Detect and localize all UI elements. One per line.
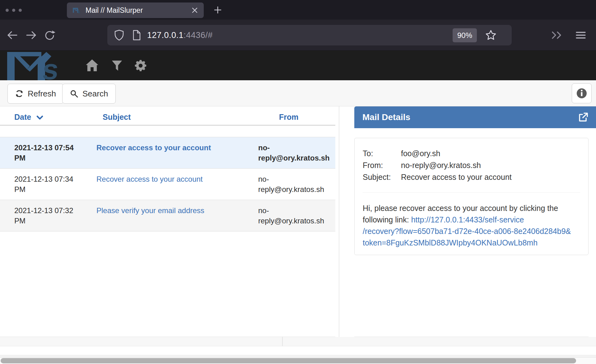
browser-window: s Mail // MailSlurper [0, 0, 596, 364]
mail-from: no-reply@ory.kratos.sh [251, 174, 335, 194]
mail-list: Date Subject From 2021-12-13 07:54 PM Re… [0, 106, 335, 231]
scrollbar-thumb[interactable] [1, 358, 576, 363]
details-divider [363, 192, 580, 193]
bookmark-star-icon[interactable] [485, 29, 497, 41]
app-navbar: s [0, 51, 596, 80]
browser-titlebar: s Mail // MailSlurper [0, 0, 596, 20]
mail-from: no-reply@ory.kratos.sh [251, 142, 335, 163]
mail-from: no-reply@ory.kratos.sh [251, 205, 335, 226]
refresh-button[interactable]: Refresh [7, 84, 64, 104]
tab-close-icon[interactable] [191, 7, 198, 14]
column-header-from[interactable]: From [251, 113, 335, 125]
mail-details-panel: Mail Details To: foo@ory.sh From: no-re [354, 106, 596, 255]
mail-row[interactable]: 2021-12-13 07:32 PM Please verify your e… [0, 200, 335, 231]
url-bar[interactable]: 127.0.0.1:4436/# 90% [107, 25, 512, 45]
mail-subject-link[interactable]: Please verify your email address [96, 206, 204, 215]
refresh-button-label: Refresh [28, 89, 56, 99]
horizontal-scrollbar[interactable] [0, 357, 596, 364]
subject-label: Subject: [363, 171, 401, 183]
browser-toolbar: 127.0.0.1:4436/# 90% [0, 20, 596, 51]
mailslurper-logo: s [7, 52, 69, 80]
forward-icon[interactable] [26, 30, 37, 40]
shield-icon[interactable] [114, 30, 124, 41]
mail-details-header: Mail Details [354, 106, 596, 128]
action-toolbar: Refresh Search [0, 80, 596, 106]
main-content: Date Subject From 2021-12-13 07:54 PM Re… [0, 106, 596, 337]
mail-rows: 2021-12-13 07:54 PM Recover access to yo… [0, 137, 335, 231]
column-header-subject[interactable]: Subject [94, 113, 251, 125]
from-label: From: [363, 159, 401, 171]
search-button-label: Search [82, 89, 108, 99]
menu-hamburger-icon[interactable] [575, 31, 586, 40]
mail-row[interactable]: 2021-12-13 07:34 PM Recover access to yo… [0, 169, 335, 200]
mail-row-selected[interactable]: 2021-12-13 07:54 PM Recover access to yo… [0, 137, 335, 169]
footer-strip [0, 337, 596, 346]
mailslurper-favicon-icon: s [72, 6, 81, 14]
mail-list-header: Date Subject From [0, 106, 335, 126]
from-value: no-reply@ory.kratos.sh [401, 159, 481, 171]
info-button[interactable] [572, 83, 592, 103]
new-tab-button[interactable] [213, 6, 222, 14]
refresh-icon [15, 90, 23, 98]
zoom-level-badge[interactable]: 90% [453, 28, 477, 42]
browser-tab[interactable]: s Mail // MailSlurper [67, 2, 204, 18]
mail-subject-link[interactable]: Recover access to your account [96, 175, 203, 183]
overflow-chevrons-icon[interactable] [551, 31, 564, 40]
reload-icon[interactable] [44, 30, 55, 41]
mail-details-card: To: foo@ory.sh From: no-reply@ory.kratos… [354, 138, 589, 255]
settings-gear-icon[interactable] [134, 59, 147, 72]
svg-text:s: s [78, 9, 80, 14]
tab-title: Mail // MailSlurper [86, 6, 191, 15]
page-info-icon[interactable] [132, 30, 141, 40]
panel-divider [339, 106, 339, 337]
back-icon[interactable] [7, 30, 18, 40]
search-icon [70, 90, 78, 98]
mail-body: Hi, please recover access to your accoun… [363, 203, 580, 249]
search-button[interactable]: Search [62, 84, 116, 104]
mail-date: 2021-12-13 07:34 PM [0, 174, 94, 194]
sort-chevron-down-icon [36, 115, 43, 120]
info-icon [576, 88, 587, 99]
footer-seam [282, 337, 283, 346]
url-text[interactable]: 127.0.0.1:4436/# [147, 30, 213, 40]
footer-bar [0, 346, 596, 355]
mail-details-title: Mail Details [362, 112, 578, 122]
mail-date: 2021-12-13 07:54 PM [0, 142, 94, 163]
mail-subject-link[interactable]: Recover access to your account [96, 143, 211, 152]
column-header-date[interactable]: Date [0, 113, 94, 125]
window-controls[interactable] [6, 9, 22, 12]
svg-text:s: s [41, 53, 60, 80]
subject-value: Recover access to your account [401, 171, 512, 183]
home-icon[interactable] [85, 59, 99, 72]
to-label: To: [363, 147, 401, 159]
mail-date: 2021-12-13 07:32 PM [0, 205, 94, 226]
open-external-icon[interactable] [578, 112, 589, 123]
to-value: foo@ory.sh [401, 147, 440, 159]
filter-icon[interactable] [111, 60, 123, 71]
